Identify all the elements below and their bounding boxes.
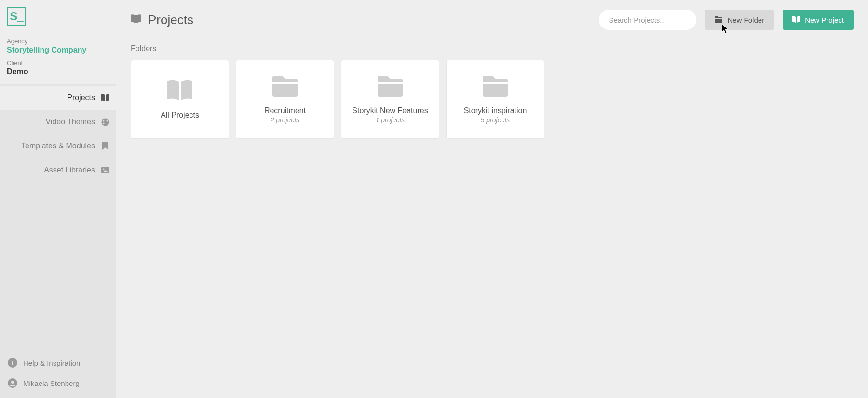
agency-label: Agency [7, 38, 109, 45]
svg-point-5 [103, 169, 104, 170]
folder-icon [482, 75, 509, 98]
palette-icon [101, 118, 109, 126]
help-label: Help & Inspiration [23, 359, 80, 367]
sidebar-nav: Projects Video Themes Templates & Module… [0, 84, 116, 348]
folders-section-label: Folders [131, 44, 854, 53]
folder-icon [377, 75, 404, 98]
folder-card[interactable]: Storykit New Features 1 projects [341, 60, 439, 139]
folder-icon [715, 16, 722, 24]
svg-point-3 [103, 122, 104, 124]
image-icon [101, 166, 109, 174]
sidebar-meta: Agency Storytelling Company Client Demo [0, 33, 116, 84]
agency-name[interactable]: Storytelling Company [7, 46, 109, 54]
bookmark-icon [101, 142, 109, 150]
folder-count: 2 projects [271, 116, 300, 124]
button-label: New Project [805, 16, 844, 24]
folder-count: 1 projects [376, 116, 405, 124]
new-project-button[interactable]: New Project [783, 10, 854, 30]
user-link[interactable]: Mikaela Stenberg [0, 373, 116, 393]
nav-label: Asset Libraries [44, 166, 95, 174]
svg-point-8 [11, 381, 14, 384]
search-input[interactable] [599, 10, 696, 30]
nav-label: Projects [67, 93, 95, 102]
folder-count: 5 projects [481, 116, 510, 124]
folder-icon [271, 75, 298, 98]
folder-title: Storykit New Features [352, 106, 428, 115]
logo-text: S_ [10, 10, 23, 23]
folder-title: Recruitment [264, 106, 306, 115]
client-name[interactable]: Demo [7, 67, 109, 76]
svg-rect-7 [12, 362, 13, 365]
info-icon [8, 358, 17, 368]
page-title-wrap: Projects [131, 13, 193, 27]
book-icon [792, 16, 800, 24]
user-icon [8, 378, 17, 388]
folder-title: All Projects [161, 111, 199, 119]
new-folder-button[interactable]: New Folder [705, 10, 774, 30]
svg-point-6 [12, 361, 13, 362]
sidebar: S_ Agency Storytelling Company Client De… [0, 0, 116, 398]
logo[interactable]: S_ [7, 7, 26, 26]
help-link[interactable]: Help & Inspiration [0, 353, 116, 373]
main-header: Projects New Folder New Project [131, 10, 854, 30]
nav-label: Video Themes [45, 118, 95, 126]
header-actions: New Folder New Project [599, 10, 854, 30]
sidebar-logo-area: S_ [0, 0, 116, 33]
folder-card[interactable]: Recruitment 2 projects [236, 60, 334, 139]
page-title: Projects [148, 13, 193, 27]
main-content: Projects New Folder New Project Folders [116, 0, 868, 398]
book-icon [101, 93, 109, 102]
nav-video-themes[interactable]: Video Themes [0, 110, 116, 134]
nav-templates[interactable]: Templates & Modules [0, 134, 116, 158]
folder-card[interactable]: Storykit inspiration 5 projects [446, 60, 544, 139]
user-label: Mikaela Stenberg [23, 379, 80, 387]
book-open-icon [166, 79, 193, 102]
svg-point-0 [101, 118, 109, 126]
nav-asset-libraries[interactable]: Asset Libraries [0, 158, 116, 182]
folder-card-all[interactable]: All Projects [131, 60, 229, 139]
book-icon [131, 14, 141, 25]
folder-title: Storykit inspiration [464, 106, 527, 115]
folders-grid: All Projects Recruitment 2 projects Stor… [131, 60, 854, 139]
client-label: Client [7, 59, 109, 66]
button-label: New Folder [727, 16, 764, 24]
nav-label: Templates & Modules [21, 142, 95, 150]
svg-point-2 [106, 120, 108, 121]
nav-projects[interactable]: Projects [0, 86, 116, 110]
svg-point-1 [103, 120, 104, 121]
sidebar-footer: Help & Inspiration Mikaela Stenberg [0, 348, 116, 398]
